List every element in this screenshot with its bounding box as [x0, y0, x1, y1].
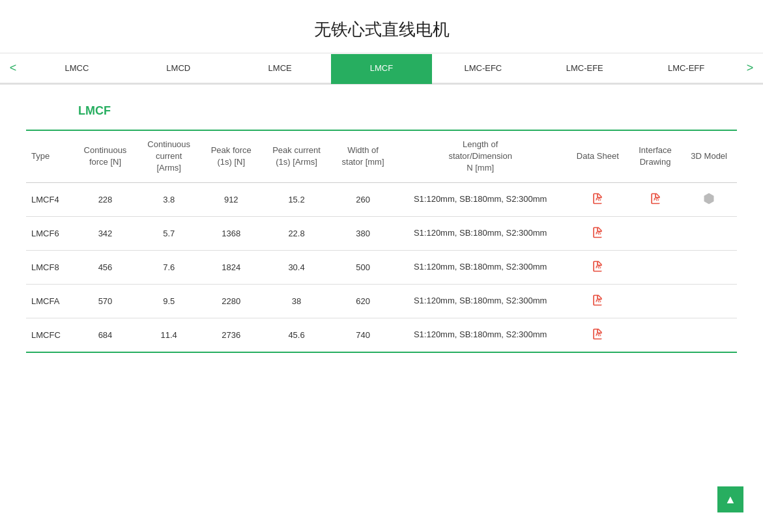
table-cell: 456 [74, 250, 137, 284]
empty-cell [681, 318, 737, 352]
empty-cell [629, 216, 682, 250]
product-type: LMCF6 [26, 216, 74, 250]
col-continuous-current: Continuouscurrent[Arms] [137, 130, 201, 182]
interface-drawing-pdf-icon[interactable] [629, 182, 682, 216]
empty-cell [681, 284, 737, 318]
table-cell: 2736 [201, 318, 261, 352]
table-cell: S1:120mm, SB:180mm, S2:300mm [394, 182, 566, 216]
product-table: Type Continuousforce [N] Continuouscurre… [26, 130, 737, 353]
col-interface-drawing: InterfaceDrawing [629, 130, 682, 182]
data-sheet-pdf-icon[interactable] [566, 182, 629, 216]
col-peak-force: Peak force(1s) [N] [201, 130, 261, 182]
table-header-row: Type Continuousforce [N] Continuouscurre… [26, 130, 737, 182]
table-cell: S1:120mm, SB:180mm, S2:300mm [394, 250, 566, 284]
product-type: LMCF8 [26, 250, 74, 284]
table-cell: 228 [74, 182, 137, 216]
table-cell: 22.8 [261, 216, 331, 250]
data-sheet-pdf-icon[interactable] [566, 250, 629, 284]
table-cell: 684 [74, 318, 137, 352]
3d-model-icon[interactable] [681, 182, 737, 216]
col-type: Type [26, 130, 74, 182]
col-continuous-force: Continuousforce [N] [74, 130, 137, 182]
empty-cell [629, 318, 682, 352]
table-row: LMCFA5709.5228038620S1:120mm, SB:180mm, … [26, 284, 737, 318]
tab-LMCC[interactable]: LMCC [26, 54, 128, 84]
page-title: 无铁心式直线电机 [0, 0, 763, 53]
table-cell: 500 [332, 250, 395, 284]
table-cell: 912 [201, 182, 261, 216]
product-type: LMCFC [26, 318, 74, 352]
section-title: LMCF [78, 104, 737, 118]
col-3d-model: 3D Model [681, 130, 737, 182]
tab-LMC-EFC[interactable]: LMC-EFC [432, 54, 534, 84]
table-cell: 1368 [201, 216, 261, 250]
table-row: LMCF84567.6182430.4500S1:120mm, SB:180mm… [26, 250, 737, 284]
tabs-container: LMCC LMCD LMCE LMCF LMC-EFC LMC-EFE LMC-… [26, 54, 737, 82]
table-cell: 11.4 [137, 318, 201, 352]
tab-LMC-EFE[interactable]: LMC-EFE [534, 54, 635, 84]
tab-LMC-EFF[interactable]: LMC-EFF [635, 54, 737, 84]
table-row: LMCFC68411.4273645.6740S1:120mm, SB:180m… [26, 318, 737, 352]
table-cell: 15.2 [261, 182, 331, 216]
tab-prev-arrow[interactable]: < [0, 53, 26, 83]
product-type: LMCF4 [26, 182, 74, 216]
table-cell: 3.8 [137, 182, 201, 216]
table-cell: 5.7 [137, 216, 201, 250]
empty-cell [681, 250, 737, 284]
col-width-stator: Width ofstator [mm] [332, 130, 395, 182]
table-row: LMCF42283.891215.2260S1:120mm, SB:180mm,… [26, 182, 737, 216]
empty-cell [629, 284, 682, 318]
empty-cell [681, 216, 737, 250]
table-cell: S1:120mm, SB:180mm, S2:300mm [394, 216, 566, 250]
table-cell: 1824 [201, 250, 261, 284]
table-cell: 342 [74, 216, 137, 250]
tab-LMCF[interactable]: LMCF [331, 54, 433, 84]
table-cell: 7.6 [137, 250, 201, 284]
table-cell: 45.6 [261, 318, 331, 352]
table-cell: 38 [261, 284, 331, 318]
table-cell: 2280 [201, 284, 261, 318]
table-cell: 260 [332, 182, 395, 216]
content-area: LMCF Type Continuousforce [N] Continuous… [0, 85, 763, 379]
data-sheet-pdf-icon[interactable] [566, 284, 629, 318]
empty-cell [629, 250, 682, 284]
table-cell: 740 [332, 318, 395, 352]
col-length-stator: Length ofstator/DimensionN [mm] [394, 130, 566, 182]
tab-next-arrow[interactable]: > [737, 53, 763, 83]
tab-LMCD[interactable]: LMCD [128, 54, 229, 84]
product-type: LMCFA [26, 284, 74, 318]
data-sheet-pdf-icon[interactable] [566, 318, 629, 352]
data-sheet-pdf-icon[interactable] [566, 216, 629, 250]
table-cell: 620 [332, 284, 395, 318]
tab-bar: < LMCC LMCD LMCE LMCF LMC-EFC LMC-EFE LM… [0, 53, 763, 85]
table-cell: 570 [74, 284, 137, 318]
tab-LMCE[interactable]: LMCE [229, 54, 331, 84]
table-cell: S1:120mm, SB:180mm, S2:300mm [394, 284, 566, 318]
col-data-sheet: Data Sheet [566, 130, 629, 182]
table-cell: 30.4 [261, 250, 331, 284]
table-cell: S1:120mm, SB:180mm, S2:300mm [394, 318, 566, 352]
table-cell: 9.5 [137, 284, 201, 318]
col-peak-current: Peak current(1s) [Arms] [261, 130, 331, 182]
table-cell: 380 [332, 216, 395, 250]
table-row: LMCF63425.7136822.8380S1:120mm, SB:180mm… [26, 216, 737, 250]
